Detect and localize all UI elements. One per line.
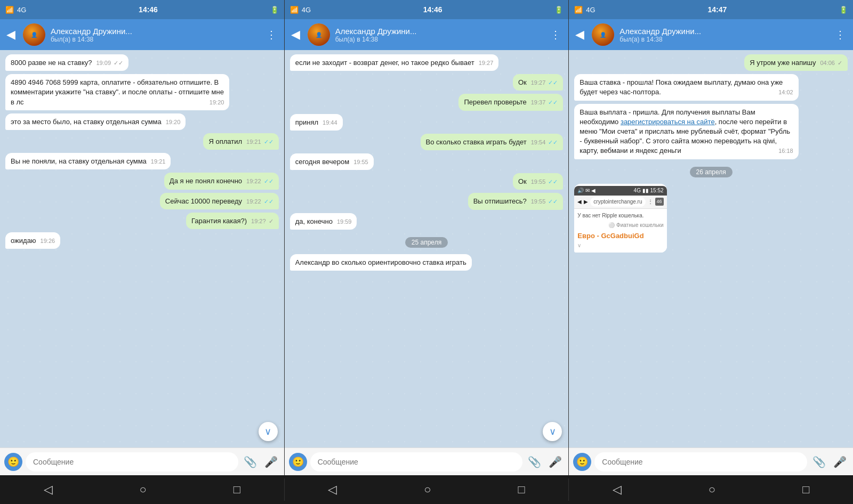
nav-home-3[interactable]: ○	[700, 478, 724, 501]
message-row: сегодня вечером 19:55	[290, 153, 564, 170]
phones-container: 📶 4G 14:46 🔋 ◀ 👤 Александр Дружини... бы…	[0, 0, 853, 475]
header-menu-3[interactable]: ⋮	[832, 26, 849, 43]
network-type-1: 4G	[17, 6, 26, 14]
message-time: 19:09 ✓✓	[96, 59, 123, 67]
mic-button-2[interactable]: 🎤	[546, 453, 564, 470]
message-row: да, конечно 19:59	[290, 213, 564, 230]
attach-button-1[interactable]: 📎	[242, 453, 259, 470]
message-time: 19:22 ✓✓	[246, 198, 273, 206]
mic-button-1[interactable]: 🎤	[262, 453, 280, 470]
bubble: Гарантия какая?) 19:2? ✓	[186, 213, 279, 229]
status-left-2: 📶 4G	[290, 6, 311, 14]
scroll-down-button-2[interactable]: ∨	[543, 422, 562, 441]
message-text: это за место было, на ставку отдельная с…	[11, 118, 162, 126]
header-info-3: Александр Дружини... был(а) в 14:38	[619, 27, 826, 43]
message-text: сегодня вечером	[295, 158, 350, 166]
header-info-1: Александр Дружини... был(а) в 14:38	[51, 27, 257, 43]
registration-link[interactable]: зарегистрироваться на сайте	[621, 118, 715, 126]
status-right-1: 🔋	[270, 6, 279, 14]
bubble: это за место было, на ставку отдельная с…	[5, 113, 186, 130]
bubble: Я оплатил 19:21 ✓✓	[203, 133, 278, 150]
chat-header-1: ◀ 👤 Александр Дружини... был(а) в 14:38 …	[0, 19, 284, 50]
network-type-3: 4G	[586, 6, 595, 14]
bubble: Вы отпишитесь? 19:55 ✓✓	[468, 193, 564, 209]
avatar-1: 👤	[23, 23, 45, 46]
back-button-2[interactable]: ◀	[289, 26, 302, 44]
chat-header-3: ◀ 👤 Александр Дружини... был(а) в 14:38 …	[569, 19, 853, 50]
bubble: Во сколько ставка играть будет 19:54 ✓✓	[421, 134, 564, 150]
contact-status-2: был(а) в 14:38	[335, 36, 542, 43]
status-left-1: 📶 4G	[5, 6, 26, 14]
input-bar-3: 🙂 📎 🎤	[569, 448, 853, 475]
message-text: Ок	[518, 78, 527, 86]
contact-status-1: был(а) в 14:38	[51, 36, 257, 43]
mic-button-3[interactable]: 🎤	[831, 453, 849, 470]
emoji-button-1[interactable]: 🙂	[4, 453, 22, 471]
nav-recents-1[interactable]: □	[225, 478, 249, 501]
screenshot-crypto-value: Евро - GcGadbuiGd	[577, 231, 663, 241]
message-text: Да я не понял конечно	[170, 177, 242, 185]
nav-home-2[interactable]: ○	[415, 478, 439, 501]
input-bar-2: 🙂 📎 🎤	[285, 448, 569, 475]
message-row: 8000 разве не на ставку? 19:09 ✓✓	[5, 54, 279, 71]
message-input-3[interactable]	[594, 452, 807, 472]
bubble: Я утром уже напишу 04:06 ✓	[744, 54, 848, 71]
avatar-image-3: 👤	[592, 23, 614, 46]
message-text: да, конечно	[295, 217, 333, 225]
message-row: Вы не поняли, на ставку отдельная сумма …	[5, 153, 279, 169]
chat-area-3: Я утром уже напишу 04:06 ✓ Ваша ставка -…	[569, 50, 853, 448]
status-time-1: 14:46	[139, 5, 158, 14]
emoji-button-3[interactable]: 🙂	[573, 453, 591, 471]
attach-button-3[interactable]: 📎	[810, 453, 828, 470]
message-time: 16:18	[778, 147, 793, 155]
screenshot-more-indicator: ∨	[577, 242, 663, 249]
status-right-2: 🔋	[554, 6, 563, 14]
battery-icon-3: 🔋	[839, 6, 848, 14]
message-time: 19:54 ✓✓	[531, 139, 558, 147]
message-row: Вы отпишитесь? 19:55 ✓✓	[290, 193, 564, 209]
attach-button-2[interactable]: 📎	[526, 453, 543, 470]
date-label-2: 26 апреля	[690, 167, 733, 177]
bubble: ожидаю 19:26	[5, 232, 60, 249]
message-text: принял	[295, 118, 318, 126]
phone-3: 📶 4G 14:47 🔋 ◀ 👤 Александр Дружини... бы…	[569, 0, 853, 475]
nav-back-2[interactable]: ◁	[319, 478, 345, 501]
back-button-1[interactable]: ◀	[4, 26, 18, 44]
message-text: Александр во сколько ориентировочно став…	[295, 258, 466, 266]
message-time: 19:55	[353, 158, 368, 166]
message-text: Ваша ставка - прошла! Пока ожидаем выпла…	[580, 78, 783, 96]
navigation-bar: ◁ ○ □ ◁ ○ □ ◁ ○ □	[0, 475, 853, 504]
bubble: Перевел проверьте 19:37 ✓✓	[458, 94, 563, 110]
chat-header-2: ◀ 👤 Александр Дружини... был(а) в 14:38 …	[285, 19, 569, 50]
screenshot-back-icon: ◀	[577, 198, 582, 206]
message-time: 19:44	[323, 119, 337, 127]
screenshot-menu-icon: ⋮	[648, 198, 653, 206]
contact-name-2: Александр Дружини...	[335, 27, 542, 36]
nav-recents-2[interactable]: □	[510, 478, 534, 501]
nav-back-1[interactable]: ◁	[35, 478, 61, 501]
header-menu-1[interactable]: ⋮	[263, 26, 280, 43]
signal-icon-3: 📶	[574, 6, 583, 14]
bubble: принял 19:44	[290, 114, 343, 131]
signal-icon-2: 📶	[290, 6, 299, 14]
bubble: Ок 19:55 ✓✓	[513, 173, 563, 190]
check-marks: ✓✓	[264, 178, 273, 184]
nav-back-3[interactable]: ◁	[604, 478, 630, 501]
emoji-button-2[interactable]: 🙂	[289, 453, 307, 471]
back-button-3[interactable]: ◀	[573, 26, 586, 44]
header-menu-2[interactable]: ⋮	[547, 26, 564, 43]
message-input-1[interactable]	[26, 452, 238, 472]
message-time: 19:59	[337, 218, 352, 226]
message-text: Гарантия какая?)	[191, 217, 247, 225]
message-text: Ок	[518, 177, 527, 185]
message-input-2[interactable]	[310, 452, 523, 472]
avatar-3: 👤	[592, 23, 614, 46]
message-text: ожидаю	[11, 237, 36, 245]
screenshot-url: cryptointerchange.ru	[590, 197, 645, 207]
scroll-down-button-1[interactable]: ∨	[259, 422, 278, 441]
date-label: 25 апреля	[405, 237, 448, 248]
nav-home-1[interactable]: ○	[131, 478, 155, 501]
nav-recents-3[interactable]: □	[794, 478, 818, 501]
phone-1: 📶 4G 14:46 🔋 ◀ 👤 Александр Дружини... бы…	[0, 0, 285, 475]
contact-name-3: Александр Дружини...	[619, 27, 826, 36]
